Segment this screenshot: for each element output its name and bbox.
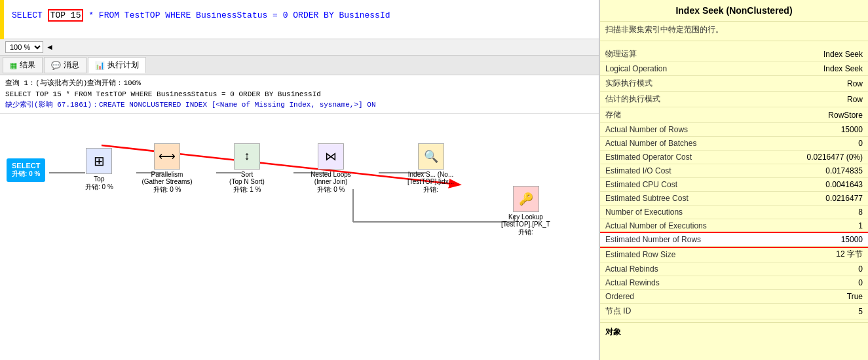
query-info-line3: 缺少索引(影响 67.1861)：CREATE NONCLUSTERED IND… <box>5 99 594 111</box>
index-seek-label: Index S... (No...[TestTOP].[idx...升销: <box>407 171 454 194</box>
prop-row-4: 存储RowStore <box>600 107 868 123</box>
prop-value-1: Index Seek <box>761 62 868 76</box>
zoom-select[interactable]: 100 % 75 % 150 % <box>5 41 43 53</box>
prop-value-3: Row <box>761 92 868 107</box>
prop-label-10: Estimated Subtree Cost <box>600 192 761 206</box>
plan-node-index-seek[interactable]: 🔍 Index S... (No...[TestTOP].[idx...升销: <box>403 143 459 194</box>
query-info-line1: 查询 1：(与该批有关的)查询开销：100% <box>5 78 594 89</box>
tab-execution-plan[interactable]: 📊 执行计划 <box>88 57 146 73</box>
prop-row-6: Actual Number of Batches0 <box>600 137 868 151</box>
sql-rest: * FROM TestTOP WHERE BusinessStatus = 0 … <box>88 10 390 20</box>
prop-title: Index Seek (NonClustered) <box>600 0 868 22</box>
tab-plan-label: 执行计划 <box>107 60 139 71</box>
key-lookup-icon: 🔑 <box>513 186 539 212</box>
select-node-label: SELECT <box>12 162 40 170</box>
prop-label-15: Actual Rebinds <box>600 262 761 276</box>
prop-value-14: 12 字节 <box>761 247 868 262</box>
parallelism-label: Parallelism(Gather Streams)升销: 0 % <box>142 171 192 194</box>
prop-row-15: Actual Rebinds0 <box>600 262 868 276</box>
prop-value-7: 0.0216477 (0%) <box>761 151 868 164</box>
tab-messages-label: 消息 <box>64 60 79 71</box>
prop-label-1: Logical Operation <box>600 62 761 76</box>
prop-label-5: Actual Number of Rows <box>600 123 761 137</box>
prop-value-18: 5 <box>761 304 868 319</box>
prop-value-17: True <box>761 290 868 304</box>
select-node-cost: 升销: 0 % <box>12 170 40 179</box>
top-icon: ⊞ <box>86 148 112 174</box>
plan-node-nested-loops[interactable]: ⋈ Nested Loops(Inner Join)升销: 0 % <box>305 143 357 194</box>
top-label: Top升销: 0 % <box>85 175 113 192</box>
prop-value-5: 15000 <box>761 123 868 137</box>
results-icon: ▦ <box>10 61 17 70</box>
prop-subtitle: 扫描非聚集索引中特定范围的行。 <box>600 22 868 41</box>
prop-row-2: 实际执行模式Row <box>600 76 868 92</box>
messages-icon: 💬 <box>51 61 61 70</box>
tabs-bar: ▦ 结果 💬 消息 📊 执行计划 <box>0 56 599 75</box>
nested-loops-label: Nested Loops(Inner Join)升销: 0 % <box>311 171 351 194</box>
prop-row-12: Actual Number of Executions1 <box>600 219 868 233</box>
tab-results-label: 结果 <box>20 60 35 71</box>
prop-value-12: 1 <box>761 219 868 233</box>
plan-node-top[interactable]: ⊞ Top升销: 0 % <box>85 148 113 192</box>
zoom-arrow: ◄ <box>46 43 54 52</box>
prop-label-13: Estimated Number of Rows <box>600 233 761 247</box>
prop-row-13: Estimated Number of Rows15000 <box>600 233 868 247</box>
prop-value-8: 0.0174835 <box>761 164 868 178</box>
prop-label-17: Ordered <box>600 290 761 304</box>
prop-row-10: Estimated Subtree Cost0.0216477 <box>600 192 868 206</box>
prop-label-6: Actual Number of Batches <box>600 137 761 151</box>
sql-editor[interactable]: SELECT TOP 15 * FROM TestTOP WHERE Busin… <box>4 0 599 39</box>
key-lookup-label: Key Lookup[TestTOP].[PK_T升销: <box>501 213 550 237</box>
parallelism-icon: ⟷ <box>154 143 180 170</box>
prop-row-18: 节点 ID5 <box>600 304 868 319</box>
prop-value-15: 0 <box>761 262 868 276</box>
prop-value-16: 0 <box>761 276 868 290</box>
prop-label-12: Actual Number of Executions <box>600 219 761 233</box>
prop-row-14: Estimated Row Size12 字节 <box>600 247 868 262</box>
plan-icon: 📊 <box>95 61 105 70</box>
plan-node-sort[interactable]: ↕ Sort(Top N Sort)升销: 1 % <box>221 143 273 194</box>
prop-table: 物理运算Index SeekLogical OperationIndex See… <box>600 46 868 319</box>
sort-label: Sort(Top N Sort)升销: 1 % <box>229 171 265 194</box>
query-info-line2: SELECT TOP 15 * FROM TestTOP WHERE Busin… <box>5 89 594 100</box>
sql-keyword-select: SELECT <box>12 10 43 20</box>
prop-value-2: Row <box>761 76 868 92</box>
prop-value-13: 15000 <box>761 233 868 247</box>
index-seek-icon: 🔍 <box>418 143 444 170</box>
prop-row-0: 物理运算Index Seek <box>600 46 868 62</box>
zoom-bar: 100 % 75 % 150 % ◄ <box>0 39 599 56</box>
prop-value-10: 0.0216477 <box>761 192 868 206</box>
prop-row-8: Estimated I/O Cost0.0174835 <box>600 164 868 178</box>
prop-label-8: Estimated I/O Cost <box>600 164 761 178</box>
prop-value-9: 0.0041643 <box>761 178 868 192</box>
prop-value-11: 8 <box>761 206 868 219</box>
plan-node-select[interactable]: SELECT 升销: 0 % <box>7 158 45 182</box>
prop-label-2: 实际执行模式 <box>600 76 761 92</box>
prop-row-16: Actual Rewinds0 <box>600 276 868 290</box>
plan-node-parallelism[interactable]: ⟷ Parallelism(Gather Streams)升销: 0 % <box>141 143 193 194</box>
right-panel: Index Seek (NonClustered) 扫描非聚集索引中特定范围的行… <box>599 0 868 360</box>
exec-plan: SELECT 升销: 0 % ⊞ Top升销: 0 % ⟷ Parallelis… <box>0 114 599 361</box>
prop-value-6: 0 <box>761 137 868 151</box>
prop-footer: 对象 <box>600 322 868 342</box>
tab-results[interactable]: ▦ 结果 <box>3 57 43 73</box>
prop-label-3: 估计的执行模式 <box>600 92 761 107</box>
prop-value-4: RowStore <box>761 107 868 123</box>
prop-row-3: 估计的执行模式Row <box>600 92 868 107</box>
prop-label-9: Estimated CPU Cost <box>600 178 761 192</box>
prop-row-1: Logical OperationIndex Seek <box>600 62 868 76</box>
prop-row-17: OrderedTrue <box>600 290 868 304</box>
prop-label-16: Actual Rewinds <box>600 276 761 290</box>
prop-label-4: 存储 <box>600 107 761 123</box>
prop-label-0: 物理运算 <box>600 46 761 62</box>
plan-node-key-lookup[interactable]: 🔑 Key Lookup[TestTOP].[PK_T升销: <box>498 186 554 237</box>
prop-row-11: Number of Executions8 <box>600 206 868 219</box>
sort-icon: ↕ <box>234 143 260 170</box>
tab-messages[interactable]: 💬 消息 <box>44 57 86 73</box>
prop-label-11: Number of Executions <box>600 206 761 219</box>
prop-label-18: 节点 ID <box>600 304 761 319</box>
prop-label-14: Estimated Row Size <box>600 247 761 262</box>
sql-top-highlight: TOP 15 <box>48 9 84 22</box>
prop-label-7: Estimated Operator Cost <box>600 151 761 164</box>
prop-value-0: Index Seek <box>761 46 868 62</box>
